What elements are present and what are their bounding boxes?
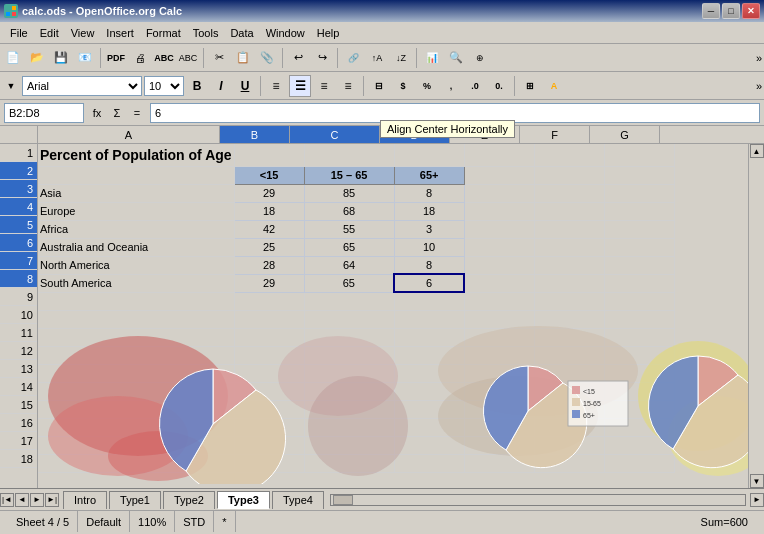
cell-B4[interactable]: 18 (234, 202, 304, 220)
redo-button[interactable]: ↪ (311, 47, 333, 69)
cell-D2[interactable]: 65+ (394, 166, 464, 184)
row-num-14[interactable]: 14 (0, 378, 37, 396)
sheet-tab-type3[interactable]: Type3 (217, 491, 270, 509)
cell-G4[interactable] (604, 202, 674, 220)
sheet-tab-type1[interactable]: Type1 (109, 491, 161, 509)
italic-button[interactable]: I (210, 75, 232, 97)
cell-G1[interactable] (604, 144, 674, 166)
row-num-4[interactable]: 4 (0, 198, 37, 216)
row-num-3[interactable]: 3 (0, 180, 37, 198)
col-header-B[interactable]: B (220, 126, 290, 143)
row-num-6[interactable]: 6 (0, 234, 37, 252)
row-num-16[interactable]: 16 (0, 414, 37, 432)
cell-E2[interactable] (464, 166, 534, 184)
cell-E7[interactable] (464, 256, 534, 274)
thousands-button[interactable]: , (440, 75, 462, 97)
cell-E9[interactable] (464, 292, 534, 310)
pdf-button[interactable]: PDF (105, 47, 127, 69)
cell-C7[interactable]: 64 (304, 256, 394, 274)
cell-B5[interactable]: 42 (234, 220, 304, 238)
border-button[interactable]: ⊞ (519, 75, 541, 97)
cell-C6[interactable]: 65 (304, 238, 394, 256)
align-left-button[interactable]: ≡ (265, 75, 287, 97)
cell-C8[interactable]: 65 (304, 274, 394, 292)
font-size-select[interactable]: 10 (144, 76, 184, 96)
scroll-up-button[interactable]: ▲ (750, 144, 764, 158)
underline-button[interactable]: U (234, 75, 256, 97)
menu-window[interactable]: Window (260, 25, 311, 41)
cell-C1[interactable] (304, 144, 394, 166)
scroll-down-button[interactable]: ▼ (750, 474, 764, 488)
cell-B3[interactable]: 29 (234, 184, 304, 202)
cell-D5[interactable]: 3 (394, 220, 464, 238)
col-header-C[interactable]: C (290, 126, 380, 143)
row-num-10[interactable]: 10 (0, 306, 37, 324)
email-button[interactable]: 📧 (74, 47, 96, 69)
col-header-F[interactable]: F (520, 126, 590, 143)
save-button[interactable]: 💾 (50, 47, 72, 69)
cell-B7[interactable]: 28 (234, 256, 304, 274)
cell-G3[interactable] (604, 184, 674, 202)
undo-button[interactable]: ↩ (287, 47, 309, 69)
cell-G2[interactable] (604, 166, 674, 184)
row-num-18[interactable]: 18 (0, 450, 37, 468)
cell-D9[interactable] (394, 292, 464, 310)
minimize-button[interactable]: ─ (702, 3, 720, 19)
cell-F8[interactable] (534, 274, 604, 292)
merge-cells-button[interactable]: ⊟ (368, 75, 390, 97)
cell-E3[interactable] (464, 184, 534, 202)
row-num-11[interactable]: 11 (0, 324, 37, 342)
cell-E6[interactable] (464, 238, 534, 256)
cell-B9[interactable] (234, 292, 304, 310)
align-right-button[interactable]: ≡ (313, 75, 335, 97)
hyperlink-button[interactable]: 🔗 (342, 47, 364, 69)
cell-B1[interactable] (234, 144, 304, 166)
sheet-tab-type4[interactable]: Type4 (272, 491, 324, 509)
paste-button[interactable]: 📎 (256, 47, 278, 69)
cell-C5[interactable]: 55 (304, 220, 394, 238)
menu-help[interactable]: Help (311, 25, 346, 41)
row-num-5[interactable]: 5 (0, 216, 37, 234)
sheet-tab-next[interactable]: ► (30, 493, 44, 507)
cell-C2[interactable]: 15 – 65 (304, 166, 394, 184)
cell-A5[interactable]: Africa (38, 220, 234, 238)
vertical-scrollbar[interactable]: ▲ ▼ (748, 144, 764, 488)
row-num-7[interactable]: 7 (0, 252, 37, 270)
style-select[interactable]: ▼ (2, 75, 20, 97)
find-button[interactable]: 🔍 (445, 47, 467, 69)
sheet-tab-first[interactable]: |◄ (0, 493, 14, 507)
cell-D3[interactable]: 8 (394, 184, 464, 202)
cell-G7[interactable] (604, 256, 674, 274)
percent-button[interactable]: % (416, 75, 438, 97)
col-header-A[interactable]: A (38, 126, 220, 143)
menu-data[interactable]: Data (224, 25, 259, 41)
cell-E8[interactable] (464, 274, 534, 292)
bold-button[interactable]: B (186, 75, 208, 97)
cell-D4[interactable]: 18 (394, 202, 464, 220)
close-button[interactable]: ✕ (742, 3, 760, 19)
cell-F1[interactable] (534, 144, 604, 166)
menu-insert[interactable]: Insert (100, 25, 140, 41)
row-num-15[interactable]: 15 (0, 396, 37, 414)
cell-F9[interactable] (534, 292, 604, 310)
maximize-button[interactable]: □ (722, 3, 740, 19)
menu-format[interactable]: Format (140, 25, 187, 41)
cell-D7[interactable]: 8 (394, 256, 464, 274)
sheet-tab-type2[interactable]: Type2 (163, 491, 215, 509)
sheet-tab-last[interactable]: ►| (45, 493, 59, 507)
cell-E5[interactable] (464, 220, 534, 238)
format-toolbar-overflow[interactable]: » (756, 80, 762, 92)
cell-G5[interactable] (604, 220, 674, 238)
col-header-G[interactable]: G (590, 126, 660, 143)
cell-B6[interactable]: 25 (234, 238, 304, 256)
sort-asc-button[interactable]: ↑A (366, 47, 388, 69)
cell-A3[interactable]: Asia (38, 184, 234, 202)
row-num-12[interactable]: 12 (0, 342, 37, 360)
cell-A2[interactable] (38, 166, 234, 184)
cell-A6[interactable]: Australia and Oceania (38, 238, 234, 256)
sheet-tab-intro[interactable]: Intro (63, 491, 107, 509)
sheet-tab-prev[interactable]: ◄ (15, 493, 29, 507)
row-num-13[interactable]: 13 (0, 360, 37, 378)
cell-F7[interactable] (534, 256, 604, 274)
open-button[interactable]: 📂 (26, 47, 48, 69)
